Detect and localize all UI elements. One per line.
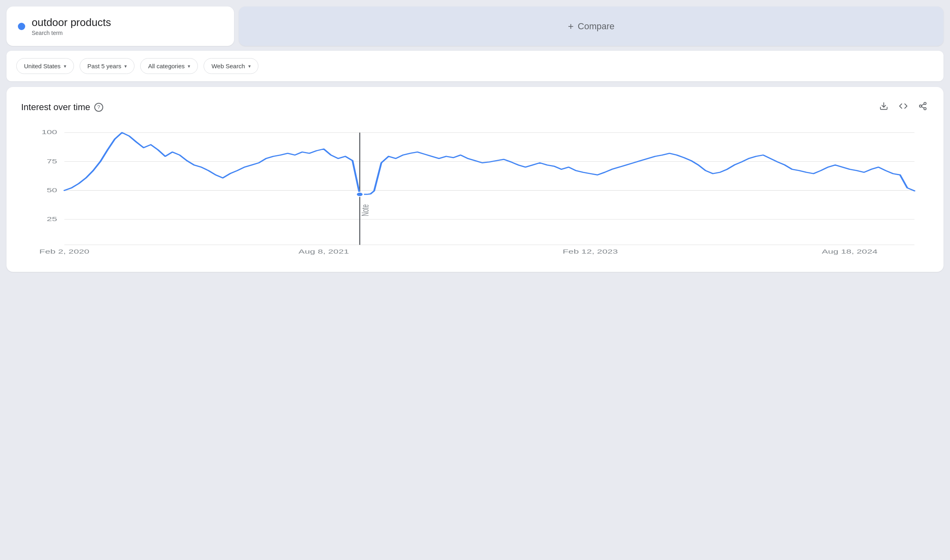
time-filter-label: Past 5 years <box>87 63 121 69</box>
chart-container: 100 75 50 25 Note Feb 2, 2020 Aug 8, 202… <box>21 124 929 262</box>
compare-plus-icon: + <box>568 21 574 32</box>
chart-title: Interest over time <box>21 102 90 113</box>
region-filter[interactable]: United States ▾ <box>16 58 74 74</box>
svg-text:25: 25 <box>47 216 57 222</box>
svg-line-4 <box>922 107 924 109</box>
download-button[interactable] <box>878 100 890 114</box>
help-icon[interactable]: ? <box>94 103 103 112</box>
compare-label: Compare <box>578 21 614 32</box>
svg-line-5 <box>922 104 924 106</box>
category-chevron-icon: ▾ <box>188 63 190 69</box>
share-button[interactable] <box>917 100 929 114</box>
search-dot <box>18 23 25 30</box>
search-type-filter[interactable]: Web Search ▾ <box>204 58 258 74</box>
time-filter[interactable]: Past 5 years ▾ <box>80 58 134 74</box>
svg-text:Aug 18, 2024: Aug 18, 2024 <box>822 249 878 255</box>
search-term-title: outdoor products <box>32 16 111 29</box>
search-type-filter-label: Web Search <box>211 63 245 69</box>
svg-text:Feb 12, 2023: Feb 12, 2023 <box>563 249 618 255</box>
search-text-block: outdoor products Search term <box>32 16 111 36</box>
svg-text:100: 100 <box>41 129 57 135</box>
region-chevron-icon: ▾ <box>64 63 66 69</box>
category-filter-label: All categories <box>148 63 184 69</box>
svg-text:Feb 2, 2020: Feb 2, 2020 <box>39 249 89 255</box>
chart-title-group: Interest over time ? <box>21 102 103 113</box>
region-filter-label: United States <box>24 63 61 69</box>
search-card: outdoor products Search term <box>7 7 234 46</box>
compare-card[interactable]: + Compare <box>239 7 943 46</box>
svg-text:Note: Note <box>360 204 370 216</box>
chart-actions <box>878 100 929 114</box>
embed-button[interactable] <box>897 100 909 114</box>
filters-section: United States ▾ Past 5 years ▾ All categ… <box>7 51 943 81</box>
search-term-subtitle: Search term <box>32 30 111 36</box>
search-type-chevron-icon: ▾ <box>248 63 251 69</box>
interest-chart: 100 75 50 25 Note Feb 2, 2020 Aug 8, 202… <box>21 124 929 262</box>
svg-text:50: 50 <box>47 187 57 193</box>
chart-section: Interest over time ? <box>7 87 943 272</box>
time-chevron-icon: ▾ <box>124 63 127 69</box>
svg-text:75: 75 <box>47 158 57 165</box>
svg-text:Aug 8, 2021: Aug 8, 2021 <box>299 249 349 255</box>
svg-point-21 <box>356 192 363 197</box>
category-filter[interactable]: All categories ▾ <box>140 58 198 74</box>
chart-header: Interest over time ? <box>21 100 929 114</box>
